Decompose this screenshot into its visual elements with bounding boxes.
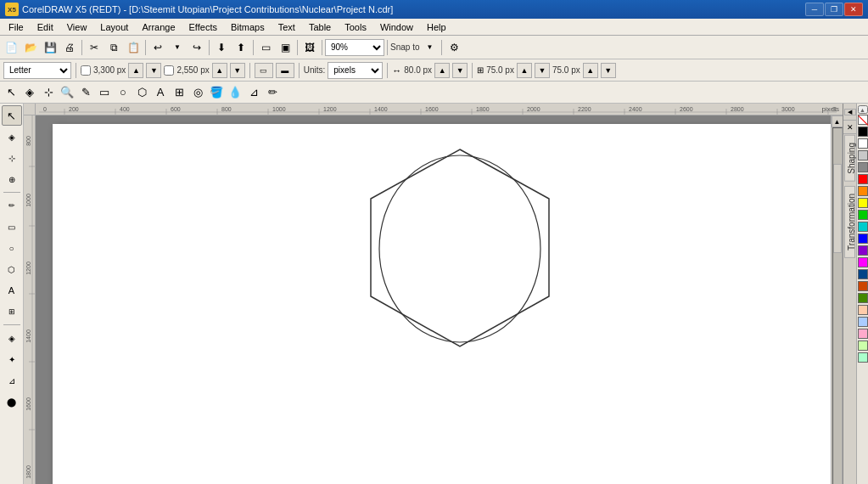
landscape-btn[interactable]: ▬ bbox=[276, 63, 294, 78]
color-mint[interactable] bbox=[858, 352, 868, 363]
menu-help[interactable]: Help bbox=[420, 19, 453, 35]
options-btn[interactable]: ⚙ bbox=[445, 38, 463, 57]
interactive-tool[interactable]: ⊿ bbox=[244, 83, 263, 102]
smart-fill-side[interactable]: ⬤ bbox=[2, 391, 22, 412]
node-tool[interactable]: ◈ bbox=[2, 127, 22, 147]
color-peach[interactable] bbox=[858, 305, 868, 315]
menu-tools[interactable]: Tools bbox=[338, 19, 373, 35]
undo-arrow[interactable]: ▼ bbox=[168, 38, 187, 57]
menu-edit[interactable]: Edit bbox=[31, 19, 60, 35]
size-spin-down[interactable]: ▼ bbox=[452, 63, 468, 78]
open-btn[interactable]: 📂 bbox=[21, 38, 40, 57]
color-white[interactable] bbox=[858, 138, 868, 149]
smart-draw-tool[interactable]: ✏ bbox=[263, 83, 282, 102]
ellipse-tool[interactable]: ○ bbox=[114, 83, 132, 102]
docker-close-x[interactable]: ✕ bbox=[847, 123, 854, 132]
color-gray2[interactable] bbox=[858, 162, 868, 172]
height-spin-up[interactable]: ▲ bbox=[212, 63, 227, 78]
fill-tool-side[interactable]: ◈ bbox=[2, 328, 22, 348]
no-fill-swatch[interactable] bbox=[858, 115, 868, 125]
freehand-tool-side[interactable]: ✏ bbox=[2, 195, 22, 216]
scroll-thumb-v[interactable] bbox=[833, 164, 842, 253]
polygon-tool-side[interactable]: ⬡ bbox=[2, 259, 22, 279]
copy-btn[interactable]: ⧉ bbox=[104, 38, 123, 57]
color-cyan[interactable] bbox=[858, 222, 868, 232]
scroll-up-btn[interactable]: ▲ bbox=[832, 115, 843, 127]
width-checkbox[interactable] bbox=[81, 65, 91, 76]
print-btn[interactable]: 🖨 bbox=[60, 38, 79, 57]
menu-arrange[interactable]: Arrange bbox=[135, 19, 182, 35]
color-magenta[interactable] bbox=[858, 257, 868, 267]
menu-file[interactable]: File bbox=[2, 19, 31, 35]
freehand-tool[interactable]: ✎ bbox=[76, 83, 95, 102]
scroll-track-v[interactable] bbox=[832, 127, 843, 484]
redo-btn[interactable]: ↪ bbox=[188, 38, 206, 57]
paste-btn[interactable]: 📋 bbox=[124, 38, 143, 57]
color-olive[interactable] bbox=[858, 293, 868, 303]
width-spin-down[interactable]: ▼ bbox=[146, 63, 161, 78]
close-button[interactable]: ✕ bbox=[844, 3, 863, 16]
text-tool-h[interactable]: A bbox=[151, 83, 170, 102]
menu-table[interactable]: Table bbox=[302, 19, 338, 35]
palette-scroll-up[interactable]: ▲ bbox=[858, 105, 868, 114]
rect-tool[interactable]: ▭ bbox=[95, 83, 114, 102]
crop-tool-side[interactable]: ⊹ bbox=[2, 148, 22, 168]
y-spin-down[interactable]: ▼ bbox=[601, 63, 616, 78]
select-tool[interactable]: ↖ bbox=[2, 83, 20, 102]
table-tool-side[interactable]: ⊞ bbox=[2, 301, 22, 322]
spiral-tool[interactable]: ◎ bbox=[188, 83, 207, 102]
canvas-content[interactable] bbox=[36, 115, 831, 484]
import-btn[interactable]: ⬇ bbox=[212, 38, 231, 57]
fill-tool[interactable]: 🪣 bbox=[207, 83, 226, 102]
eyedropper-side[interactable]: ✦ bbox=[2, 349, 22, 369]
size-spin-up[interactable]: ▲ bbox=[434, 63, 450, 78]
crop-tool[interactable]: ⊹ bbox=[39, 83, 58, 102]
ellipse-tool-side[interactable]: ○ bbox=[2, 238, 22, 258]
menu-view[interactable]: View bbox=[60, 19, 94, 35]
zoom-tool[interactable]: 🔍 bbox=[58, 83, 76, 102]
color-pink[interactable] bbox=[858, 329, 868, 339]
docker-expand-btn[interactable]: ◀ bbox=[844, 109, 856, 115]
color-blue[interactable] bbox=[858, 234, 868, 244]
y-spin-up[interactable]: ▲ bbox=[583, 63, 598, 78]
eyedropper-tool[interactable]: 💧 bbox=[226, 83, 244, 102]
view-mode-btn[interactable]: ▭ bbox=[256, 38, 275, 57]
cut-btn[interactable]: ✂ bbox=[85, 38, 104, 57]
units-select[interactable]: pixelsinchesmmcm bbox=[328, 62, 383, 79]
color-darkblue[interactable] bbox=[858, 269, 868, 279]
color-brown[interactable] bbox=[858, 281, 868, 291]
menu-window[interactable]: Window bbox=[373, 19, 420, 35]
shaping-docker-tab[interactable]: Shaping bbox=[844, 135, 855, 182]
text-tool-side[interactable]: A bbox=[2, 280, 22, 301]
image-btn[interactable]: 🖼 bbox=[300, 38, 319, 57]
color-green[interactable] bbox=[858, 210, 868, 220]
x-spin-up[interactable]: ▲ bbox=[517, 63, 532, 78]
polygon-tool[interactable]: ⬡ bbox=[132, 83, 151, 102]
pointer-tool[interactable]: ↖ bbox=[2, 105, 22, 126]
minimize-button[interactable]: ─ bbox=[805, 3, 824, 16]
height-checkbox[interactable] bbox=[164, 65, 174, 76]
table-tool[interactable]: ⊞ bbox=[170, 83, 188, 102]
shape-tool[interactable]: ◈ bbox=[20, 83, 39, 102]
menu-layout[interactable]: Layout bbox=[93, 19, 135, 35]
save-btn[interactable]: 💾 bbox=[41, 38, 59, 57]
page-size-select[interactable]: LetterA4Legal bbox=[3, 62, 71, 79]
zoom-tool-side[interactable]: ⊕ bbox=[2, 169, 22, 189]
width-spin-up[interactable]: ▲ bbox=[128, 63, 143, 78]
interactive-side[interactable]: ⊿ bbox=[2, 370, 22, 391]
undo-btn[interactable]: ↩ bbox=[148, 38, 167, 57]
color-black[interactable] bbox=[858, 127, 868, 137]
export-btn[interactable]: ⬆ bbox=[232, 38, 250, 57]
portrait-btn[interactable]: ▭ bbox=[255, 63, 273, 78]
snap-dropdown[interactable]: ▼ bbox=[420, 38, 439, 57]
x-spin-down[interactable]: ▼ bbox=[535, 63, 550, 78]
rect-tool-side[interactable]: ▭ bbox=[2, 217, 22, 237]
color-yellow[interactable] bbox=[858, 198, 868, 208]
height-spin-down[interactable]: ▼ bbox=[230, 63, 245, 78]
zoom-select[interactable]: 90%50%75%100%150% bbox=[325, 39, 384, 56]
menu-effects[interactable]: Effects bbox=[182, 19, 224, 35]
menu-text[interactable]: Text bbox=[272, 19, 302, 35]
view-mode2-btn[interactable]: ▣ bbox=[276, 38, 294, 57]
color-purple[interactable] bbox=[858, 245, 868, 256]
new-btn[interactable]: 📄 bbox=[2, 38, 20, 57]
